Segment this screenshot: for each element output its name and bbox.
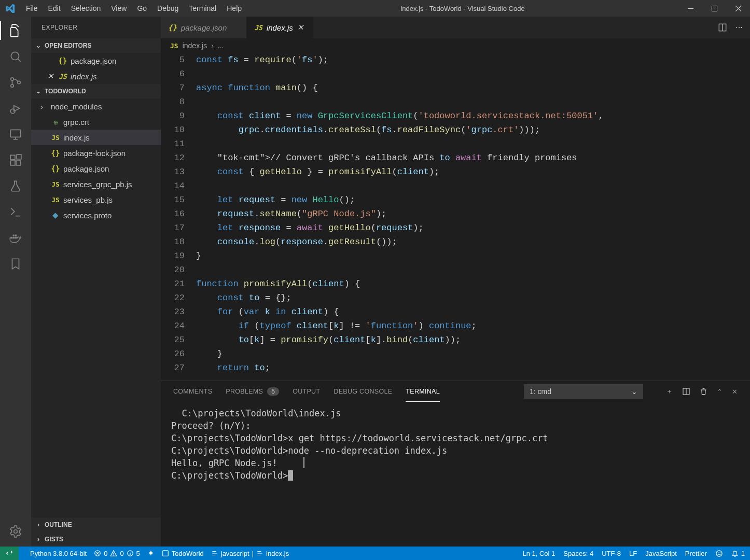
menu-file[interactable]: File	[21, 1, 43, 16]
menu-help[interactable]: Help	[221, 1, 247, 16]
remote-icon[interactable]	[8, 127, 23, 142]
status-eol[interactable]: LF	[629, 550, 637, 557]
file-label: services.proto	[63, 211, 112, 220]
menu-debug[interactable]: Debug	[152, 1, 184, 16]
terminal-activity-icon[interactable]	[8, 204, 23, 220]
activity-bar	[0, 17, 31, 547]
json-file-icon: {}	[58, 57, 67, 65]
status-prettier[interactable]: Prettier	[685, 550, 707, 557]
problems-count-badge: 5	[267, 387, 279, 396]
svg-point-26	[720, 552, 720, 553]
gists-header[interactable]: › GISTS	[31, 532, 161, 547]
test-icon[interactable]	[8, 178, 23, 194]
open-editors-header[interactable]: ⌄ OPEN EDITORS	[31, 38, 161, 53]
debug-icon[interactable]	[8, 101, 23, 116]
docker-icon[interactable]	[8, 230, 23, 246]
chevron-right-icon: ›	[34, 536, 43, 543]
status-python[interactable]: Python 3.8.0 64-bit	[30, 550, 87, 557]
svg-rect-1	[712, 6, 717, 11]
status-encoding[interactable]: UTF-8	[602, 550, 621, 557]
explorer-icon[interactable]	[8, 23, 23, 38]
file-label: index.js	[63, 133, 90, 142]
breadcrumb-file[interactable]: index.js	[183, 41, 207, 50]
svg-point-25	[718, 552, 718, 553]
maximize-panel-icon[interactable]: ⌃	[717, 388, 723, 396]
split-terminal-icon[interactable]	[682, 387, 690, 396]
panel-tab-terminal[interactable]: TERMINAL	[406, 381, 440, 402]
status-spaces[interactable]: Spaces: 4	[563, 550, 593, 557]
panel-tab-output[interactable]: OUTPUT	[293, 381, 320, 402]
settings-gear-icon[interactable]	[8, 524, 23, 539]
close-button[interactable]	[726, 0, 750, 17]
remote-indicator[interactable]	[0, 547, 19, 560]
status-feedback[interactable]	[715, 550, 723, 557]
folder-item[interactable]: › node_modules	[31, 99, 161, 114]
project-header[interactable]: ⌄ TODOWORLD	[31, 84, 161, 99]
menu-terminal[interactable]: Terminal	[184, 1, 221, 16]
tab-package-json[interactable]: {} package.json ✕	[161, 17, 247, 38]
menu-view[interactable]: View	[106, 1, 132, 16]
kill-terminal-icon[interactable]	[700, 387, 707, 396]
status-errors-count: 0	[104, 550, 107, 557]
svg-rect-11	[17, 155, 21, 159]
tab-index-js[interactable]: JS index.js ✕	[247, 17, 313, 38]
search-icon[interactable]	[8, 49, 23, 64]
breadcrumbs[interactable]: JS index.js › ...	[161, 38, 750, 53]
source-control-icon[interactable]	[8, 75, 23, 90]
close-editor-icon[interactable]: ✕	[46, 72, 55, 81]
file-item[interactable]: JS services_grpc_pb.js	[31, 176, 161, 192]
status-lncol[interactable]: Ln 1, Col 1	[522, 550, 555, 557]
file-item[interactable]: {} package-lock.json	[31, 145, 161, 161]
vscode-logo-icon	[0, 4, 21, 13]
file-item[interactable]: JS index.js	[31, 130, 161, 145]
file-item[interactable]: ⎈ grpc.crt	[31, 114, 161, 130]
file-label: package.json	[63, 164, 109, 173]
status-language[interactable]: JavaScript	[645, 550, 677, 557]
open-editor-item[interactable]: ✕ JS index.js	[31, 68, 161, 84]
chevron-right-icon: ›	[40, 102, 48, 111]
status-project[interactable]: TodoWorld	[162, 550, 204, 557]
file-item[interactable]: JS services_pb.js	[31, 192, 161, 207]
maximize-button[interactable]	[702, 0, 726, 17]
extensions-icon[interactable]	[8, 152, 23, 168]
status-problems[interactable]: 0 0 5	[94, 550, 140, 557]
terminal[interactable]: C:\projects\TodoWorld\index.jsProceed? (…	[161, 402, 750, 547]
status-notifications-count: 1	[741, 550, 745, 557]
split-editor-icon[interactable]	[718, 23, 727, 32]
status-notifications[interactable]: 1	[731, 550, 745, 557]
breadcrumb-trail[interactable]: ...	[218, 41, 224, 50]
status-scope[interactable]: javascript | index.js	[211, 550, 289, 557]
breadcrumb-sep: ›	[211, 41, 214, 50]
chevron-down-icon: ⌄	[34, 42, 43, 49]
more-actions-icon[interactable]: ⋯	[735, 23, 743, 32]
panel-tab-problems[interactable]: PROBLEMS 5	[226, 381, 279, 402]
panel-tab-debug[interactable]: DEBUG CONSOLE	[334, 381, 392, 402]
svg-rect-10	[16, 161, 21, 165]
file-item[interactable]: {} package.json	[31, 161, 161, 176]
open-editor-item[interactable]: {} package.json	[31, 53, 161, 68]
sidebar-title: EXPLORER	[31, 17, 161, 38]
close-tab-icon[interactable]: ✕	[297, 23, 305, 32]
tab-label: index.js	[267, 23, 293, 32]
window-controls	[678, 0, 750, 17]
svg-point-3	[11, 78, 13, 80]
close-panel-icon[interactable]: ✕	[732, 388, 738, 396]
file-label: package-lock.json	[63, 149, 126, 158]
status-live-share[interactable]	[147, 550, 155, 557]
menu-go[interactable]: Go	[132, 1, 152, 16]
panel-tab-comments[interactable]: COMMENTS	[173, 381, 212, 402]
new-terminal-icon[interactable]: ＋	[666, 387, 673, 396]
code-content[interactable]: const fs = require('fs'); async function…	[196, 53, 750, 381]
file-label: grpc.crt	[63, 118, 89, 127]
terminal-selector[interactable]: 1: cmd ⌄	[524, 384, 643, 399]
menu-edit[interactable]: Edit	[43, 1, 66, 16]
menu-selection[interactable]: Selection	[66, 1, 106, 16]
outline-header[interactable]: › OUTLINE	[31, 517, 161, 532]
svg-rect-0	[688, 8, 693, 9]
js-file-icon: JS	[51, 134, 60, 142]
code-editor[interactable]: 5678910111213141516171819202122232425262…	[161, 53, 750, 381]
minimize-button[interactable]	[678, 0, 702, 17]
status-scope-lang: javascript	[221, 550, 249, 557]
file-item[interactable]: ◆ services.proto	[31, 207, 161, 223]
bookmark-icon[interactable]	[8, 256, 23, 272]
